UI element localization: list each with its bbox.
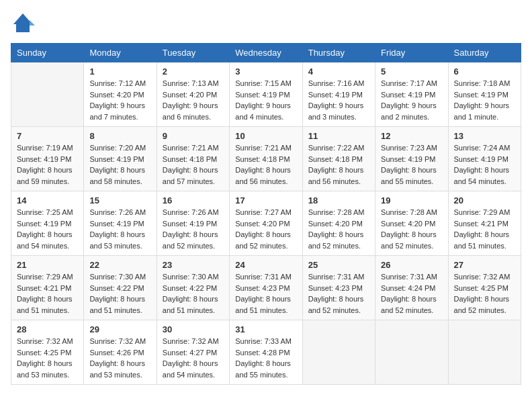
day-number: 16 — [163, 195, 224, 205]
day-info: Sunrise: 7:32 AM Sunset: 4:25 PM Dayligh… — [454, 271, 515, 316]
calendar-cell: 27 Sunrise: 7:32 AM Sunset: 4:25 PM Dayl… — [448, 256, 521, 320]
daylight-text: Daylight: 8 hours and 52 minutes. — [381, 295, 437, 314]
logo — [11, 11, 38, 35]
sunrise-text: Sunrise: 7:29 AM — [454, 208, 511, 216]
calendar-header-wednesday: Wednesday — [230, 44, 302, 62]
calendar-header-monday: Monday — [84, 44, 157, 62]
calendar-cell: 2 Sunrise: 7:13 AM Sunset: 4:20 PM Dayli… — [157, 62, 229, 127]
daylight-text: Daylight: 8 hours and 53 minutes. — [89, 230, 145, 250]
calendar-cell — [302, 320, 375, 385]
daylight-text: Daylight: 8 hours and 52 minutes. — [235, 230, 291, 250]
day-number: 18 — [308, 195, 369, 205]
calendar-cell: 28 Sunrise: 7:32 AM Sunset: 4:25 PM Dayl… — [11, 320, 84, 385]
sunset-text: Sunset: 4:19 PM — [381, 155, 435, 163]
daylight-text: Daylight: 9 hours and 2 minutes. — [381, 101, 437, 121]
day-info: Sunrise: 7:30 AM Sunset: 4:22 PM Dayligh… — [89, 271, 150, 316]
sunrise-text: Sunrise: 7:16 AM — [308, 79, 365, 87]
sunrise-text: Sunrise: 7:31 AM — [308, 273, 365, 281]
day-info: Sunrise: 7:27 AM Sunset: 4:20 PM Dayligh… — [235, 207, 296, 251]
sunrise-text: Sunrise: 7:12 AM — [89, 79, 146, 87]
daylight-text: Daylight: 8 hours and 56 minutes. — [235, 166, 291, 185]
calendar-cell: 6 Sunrise: 7:18 AM Sunset: 4:19 PM Dayli… — [448, 62, 521, 127]
sunrise-text: Sunrise: 7:25 AM — [17, 208, 73, 216]
sunset-text: Sunset: 4:19 PM — [17, 220, 71, 228]
calendar-week-row: 7 Sunrise: 7:19 AM Sunset: 4:19 PM Dayli… — [11, 127, 521, 191]
calendar-cell: 7 Sunrise: 7:19 AM Sunset: 4:19 PM Dayli… — [11, 127, 84, 191]
calendar-cell: 22 Sunrise: 7:30 AM Sunset: 4:22 PM Dayl… — [84, 256, 157, 320]
sunrise-text: Sunrise: 7:33 AM — [235, 337, 292, 345]
day-info: Sunrise: 7:31 AM Sunset: 4:23 PM Dayligh… — [308, 271, 369, 316]
sunset-text: Sunset: 4:27 PM — [163, 349, 217, 357]
day-info: Sunrise: 7:21 AM Sunset: 4:18 PM Dayligh… — [163, 142, 224, 187]
day-number: 8 — [89, 131, 150, 141]
day-info: Sunrise: 7:26 AM Sunset: 4:19 PM Dayligh… — [89, 207, 150, 251]
daylight-text: Daylight: 8 hours and 51 minutes. — [163, 295, 218, 314]
daylight-text: Daylight: 8 hours and 51 minutes. — [89, 295, 145, 314]
calendar-cell — [375, 320, 448, 385]
sunset-text: Sunset: 4:19 PM — [89, 155, 144, 163]
sunrise-text: Sunrise: 7:22 AM — [308, 144, 365, 152]
calendar-cell: 15 Sunrise: 7:26 AM Sunset: 4:19 PM Dayl… — [84, 191, 157, 256]
day-info: Sunrise: 7:13 AM Sunset: 4:20 PM Dayligh… — [163, 78, 224, 122]
sunset-text: Sunset: 4:25 PM — [17, 349, 71, 357]
calendar-header-row: SundayMondayTuesdayWednesdayThursdayFrid… — [11, 44, 521, 62]
sunrise-text: Sunrise: 7:19 AM — [17, 144, 73, 152]
daylight-text: Daylight: 8 hours and 54 minutes. — [17, 230, 73, 250]
day-info: Sunrise: 7:23 AM Sunset: 4:19 PM Dayligh… — [381, 142, 442, 187]
sunrise-text: Sunrise: 7:21 AM — [163, 144, 219, 152]
calendar-cell: 31 Sunrise: 7:33 AM Sunset: 4:28 PM Dayl… — [230, 320, 302, 385]
day-info: Sunrise: 7:20 AM Sunset: 4:19 PM Dayligh… — [89, 142, 150, 187]
day-number: 21 — [17, 260, 78, 270]
calendar-cell: 12 Sunrise: 7:23 AM Sunset: 4:19 PM Dayl… — [375, 127, 448, 191]
day-number: 14 — [17, 195, 78, 205]
calendar-cell: 14 Sunrise: 7:25 AM Sunset: 4:19 PM Dayl… — [11, 191, 84, 256]
sunrise-text: Sunrise: 7:15 AM — [235, 79, 292, 87]
day-info: Sunrise: 7:32 AM Sunset: 4:26 PM Dayligh… — [89, 336, 150, 380]
calendar-header-sunday: Sunday — [11, 44, 84, 62]
calendar-cell: 5 Sunrise: 7:17 AM Sunset: 4:19 PM Dayli… — [375, 62, 448, 127]
svg-marker-0 — [13, 13, 32, 32]
daylight-text: Daylight: 9 hours and 1 minute. — [454, 101, 510, 121]
day-info: Sunrise: 7:16 AM Sunset: 4:19 PM Dayligh… — [308, 78, 369, 122]
day-number: 25 — [308, 260, 369, 270]
calendar-cell: 16 Sunrise: 7:26 AM Sunset: 4:19 PM Dayl… — [157, 191, 229, 256]
calendar-cell: 21 Sunrise: 7:29 AM Sunset: 4:21 PM Dayl… — [11, 256, 84, 320]
calendar-cell: 11 Sunrise: 7:22 AM Sunset: 4:18 PM Dayl… — [302, 127, 375, 191]
day-number: 3 — [235, 66, 296, 77]
calendar-header-friday: Friday — [375, 44, 448, 62]
sunrise-text: Sunrise: 7:31 AM — [381, 273, 437, 281]
calendar-week-row: 1 Sunrise: 7:12 AM Sunset: 4:20 PM Dayli… — [11, 62, 521, 127]
day-number: 6 — [454, 66, 515, 77]
calendar-cell: 10 Sunrise: 7:21 AM Sunset: 4:18 PM Dayl… — [230, 127, 302, 191]
calendar-cell: 23 Sunrise: 7:30 AM Sunset: 4:22 PM Dayl… — [157, 256, 229, 320]
sunset-text: Sunset: 4:18 PM — [235, 155, 290, 163]
calendar-cell: 13 Sunrise: 7:24 AM Sunset: 4:19 PM Dayl… — [448, 127, 521, 191]
sunrise-text: Sunrise: 7:30 AM — [89, 273, 146, 281]
sunset-text: Sunset: 4:19 PM — [17, 155, 71, 163]
sunrise-text: Sunrise: 7:31 AM — [235, 273, 292, 281]
sunset-text: Sunset: 4:18 PM — [308, 155, 363, 163]
day-info: Sunrise: 7:28 AM Sunset: 4:20 PM Dayligh… — [381, 207, 442, 251]
sunset-text: Sunset: 4:22 PM — [163, 284, 217, 292]
daylight-text: Daylight: 9 hours and 6 minutes. — [163, 101, 218, 121]
sunrise-text: Sunrise: 7:28 AM — [381, 208, 437, 216]
daylight-text: Daylight: 8 hours and 53 minutes. — [17, 359, 73, 379]
sunrise-text: Sunrise: 7:32 AM — [17, 337, 73, 345]
day-info: Sunrise: 7:29 AM Sunset: 4:21 PM Dayligh… — [454, 207, 515, 251]
daylight-text: Daylight: 8 hours and 54 minutes. — [454, 166, 510, 185]
sunset-text: Sunset: 4:19 PM — [235, 91, 290, 99]
sunset-text: Sunset: 4:20 PM — [381, 220, 435, 228]
day-number: 15 — [89, 195, 150, 205]
day-info: Sunrise: 7:12 AM Sunset: 4:20 PM Dayligh… — [89, 78, 150, 122]
daylight-text: Daylight: 9 hours and 3 minutes. — [308, 101, 364, 121]
day-number: 11 — [308, 131, 369, 141]
daylight-text: Daylight: 8 hours and 59 minutes. — [17, 166, 73, 185]
day-number: 13 — [454, 131, 515, 141]
sunset-text: Sunset: 4:18 PM — [163, 155, 217, 163]
sunset-text: Sunset: 4:23 PM — [235, 284, 290, 292]
daylight-text: Daylight: 8 hours and 52 minutes. — [308, 295, 364, 314]
calendar-week-row: 28 Sunrise: 7:32 AM Sunset: 4:25 PM Dayl… — [11, 320, 521, 385]
day-number: 24 — [235, 260, 296, 270]
sunset-text: Sunset: 4:20 PM — [89, 91, 144, 99]
sunset-text: Sunset: 4:28 PM — [235, 349, 290, 357]
